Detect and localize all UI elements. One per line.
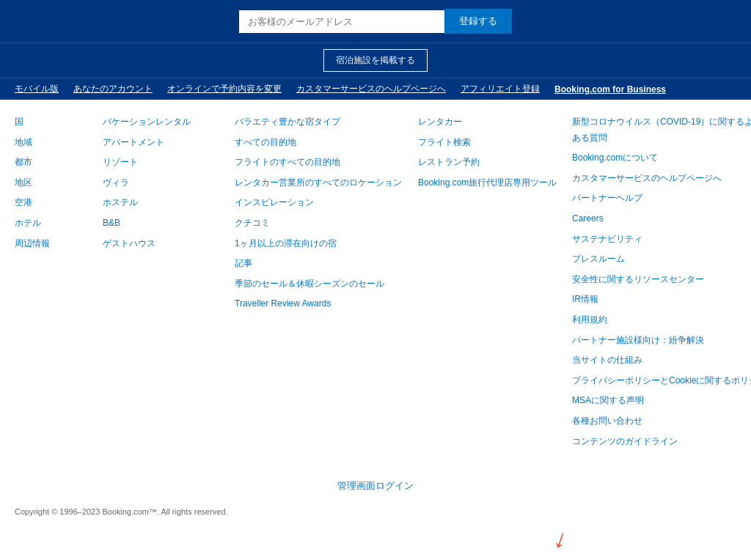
- column-5: 新型コロナウイルス（COVID-19）に関するよくある質問Booking.com…: [572, 114, 751, 454]
- footer-link[interactable]: 季節のセール＆休暇シーズンのセール: [235, 276, 411, 292]
- footer-link[interactable]: 都市: [15, 155, 95, 171]
- footer-link[interactable]: 地域: [15, 135, 95, 151]
- footer-link[interactable]: ホテル: [15, 215, 95, 232]
- footer-link[interactable]: パートナーヘルプ: [572, 191, 751, 207]
- footer-link[interactable]: 記事: [235, 256, 411, 272]
- admin-login-link[interactable]: 管理画面ログイン: [337, 458, 414, 502]
- footer-link[interactable]: フライト検索: [418, 135, 565, 151]
- footer-link[interactable]: カスタマーサービスのヘルプページへ: [572, 171, 751, 187]
- nav-bar: モバイル版あなたのアカウントオンラインで予約内容を変更カスタマーサービスのヘルプ…: [0, 78, 751, 100]
- footer-link[interactable]: プレスルーム: [572, 251, 751, 268]
- footer-link[interactable]: すべての目的地: [235, 135, 411, 151]
- footer-link[interactable]: Traveller Review Awards: [235, 296, 411, 312]
- footer-link[interactable]: フライトのすべての目的地: [235, 155, 411, 171]
- footer-link[interactable]: プライバシーポリシーとCookieに関するポリシー: [572, 373, 751, 389]
- footer-link[interactable]: 1ヶ月以上の滞在向けの宿: [235, 236, 411, 252]
- footer-link[interactable]: 安全性に関するリソースセンター: [572, 272, 751, 288]
- footer-link[interactable]: MSAに関する声明: [572, 393, 751, 409]
- footer-link[interactable]: インスピレーション: [235, 195, 411, 211]
- footer-link[interactable]: Booking.comについて: [572, 150, 751, 166]
- footer-link[interactable]: Careers: [572, 211, 751, 227]
- footer-link[interactable]: 利用規約: [572, 312, 751, 328]
- footer-link[interactable]: バラエティ豊かな宿タイプ: [235, 114, 411, 130]
- footer-link[interactable]: 各種お問い合わせ: [572, 413, 751, 430]
- footer-link[interactable]: パートナー施設様向け：紛争解決: [572, 333, 751, 349]
- copyright-text: Copyright © 1996–2023 Booking.com™. All …: [0, 500, 751, 523]
- footer-link[interactable]: 空港: [15, 195, 95, 211]
- arrow-area: ↓: [0, 523, 751, 558]
- column-2: バケーションレンタルアパートメントリゾートヴィラホステルB&Bゲストハウス: [103, 114, 227, 454]
- property-listing-button[interactable]: 宿泊施設を掲載する: [323, 49, 428, 72]
- footer-link[interactable]: 周辺情報: [15, 236, 95, 252]
- email-bar: 登録する: [0, 0, 751, 43]
- footer-link[interactable]: ホステル: [103, 195, 227, 211]
- footer-link[interactable]: ヴィラ: [103, 175, 227, 191]
- nav-item[interactable]: Booking.com for Business: [554, 84, 666, 95]
- footer-link[interactable]: 地区: [15, 175, 95, 191]
- property-bar: 宿泊施設を掲載する: [0, 43, 751, 78]
- footer-link[interactable]: ゲストハウス: [103, 236, 227, 252]
- column-4: レンタカーフライト検索レストラン予約Booking.com旅行代理店専用ツール: [418, 114, 565, 454]
- footer-link[interactable]: レストラン予約: [418, 155, 565, 171]
- main-content: 国地域都市地区空港ホテル周辺情報バケーションレンタルアパートメントリゾートヴィラ…: [0, 100, 751, 461]
- footer-link[interactable]: 新型コロナウイルス（COVID-19）に関するよくある質問: [572, 114, 751, 146]
- nav-item[interactable]: カスタマーサービスのヘルプページへ: [296, 83, 446, 95]
- footer-link[interactable]: Booking.com旅行代理店専用ツール: [418, 175, 565, 191]
- footer-link[interactable]: レンタカー営業所のすべてのロケーション: [235, 175, 411, 191]
- footer-link[interactable]: バケーションレンタル: [103, 114, 227, 130]
- email-input[interactable]: [239, 10, 444, 33]
- footer-link[interactable]: クチコミ: [235, 215, 411, 232]
- footer-link[interactable]: 国: [15, 114, 95, 130]
- footer-link[interactable]: B&B: [103, 215, 227, 232]
- nav-item[interactable]: モバイル版: [15, 83, 59, 95]
- footer-link[interactable]: サステナビリティ: [572, 232, 751, 248]
- red-arrow-icon: ↓: [549, 522, 572, 556]
- nav-item[interactable]: オンラインで予約内容を変更: [167, 83, 282, 95]
- column-1: 国地域都市地区空港ホテル周辺情報: [15, 114, 95, 454]
- footer-link[interactable]: レンタカー: [418, 114, 565, 130]
- footer-link[interactable]: コンテンツのガイドライン: [572, 434, 751, 450]
- footer-link[interactable]: IR情報: [572, 292, 751, 308]
- footer-link[interactable]: 当サイトの仕組み: [572, 353, 751, 369]
- nav-item[interactable]: アフィリエイト登録: [461, 83, 540, 95]
- footer-link[interactable]: リゾート: [103, 155, 227, 171]
- nav-item[interactable]: あなたのアカウント: [73, 83, 153, 95]
- register-button[interactable]: 登録する: [444, 9, 512, 34]
- column-3: バラエティ豊かな宿タイプすべての目的地フライトのすべての目的地レンタカー営業所の…: [235, 114, 411, 454]
- footer-link[interactable]: アパートメント: [103, 135, 227, 151]
